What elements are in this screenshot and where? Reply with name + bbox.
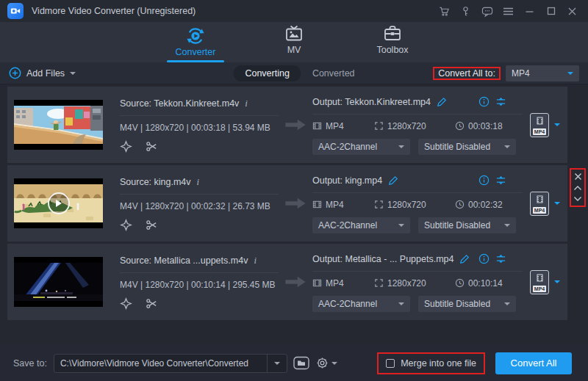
converted-tab[interactable]: Converted (312, 68, 355, 79)
tab-mv[interactable]: MV (260, 23, 328, 62)
save-path-caret[interactable] (267, 355, 287, 372)
tab-converter[interactable]: Converter (162, 26, 229, 62)
format-badge[interactable]: MP4 (530, 192, 549, 216)
settings-gear-icon[interactable] (316, 357, 337, 369)
main-tabs: Converter MV Toolbox (0, 22, 588, 62)
subtitle-select[interactable]: Subtitle Disabled (418, 217, 516, 233)
format-badge-label: MP4 (533, 128, 546, 135)
rename-pencil-icon[interactable] (437, 97, 447, 107)
rename-pencil-icon[interactable] (459, 254, 470, 264)
minimize-icon[interactable] (521, 3, 538, 19)
chevron-down-icon (398, 302, 404, 308)
save-path-value[interactable]: C:\Vidmore\Vidmore Video Converter\Conve… (54, 358, 267, 369)
save-path-combobox[interactable]: C:\Vidmore\Vidmore Video Converter\Conve… (54, 354, 287, 373)
source-info: Source: Metallica ...uppets.m4v i M4V | … (120, 254, 279, 310)
output-info: Output: Tekkon.Kinkreet.mp4 MP4 (312, 95, 523, 155)
adjust-icon[interactable] (495, 253, 506, 264)
format-badge-label: MP4 (533, 286, 546, 292)
output-format-select[interactable]: MP4 (506, 65, 579, 81)
add-files-caret-icon[interactable] (70, 72, 76, 78)
format-badge-caret-icon[interactable] (554, 123, 560, 129)
output-info: Output: Metallica - ... Puppets.mp4 (312, 253, 523, 312)
audio-track-select[interactable]: AAC-2Channel (312, 296, 410, 312)
source-info: Source: king.m4v i M4V | 1280x720 | 00:0… (120, 175, 279, 231)
tab-mv-label: MV (287, 45, 301, 60)
chevron-down-icon (274, 362, 280, 368)
adjust-icon[interactable] (495, 175, 506, 186)
feedback-icon[interactable] (478, 3, 495, 19)
tab-converter-label: Converter (176, 47, 216, 60)
output-info: Output: king.mp4 MP4 (312, 174, 523, 233)
open-folder-icon[interactable] (293, 356, 309, 370)
video-thumbnail-3[interactable] (14, 257, 103, 307)
format-badge[interactable]: MP4 (530, 113, 549, 137)
maximize-icon[interactable] (542, 3, 559, 19)
video-thumbnail-2[interactable] (14, 178, 103, 228)
output-detail-icon[interactable] (478, 253, 490, 264)
edit-effects-icon[interactable] (120, 140, 132, 153)
source-info-icon[interactable]: i (197, 176, 200, 188)
audio-track-select[interactable]: AAC-2Channel (312, 217, 410, 233)
convert-all-button[interactable]: Convert All (495, 352, 572, 374)
tab-toolbox[interactable]: Toolbox (359, 23, 426, 62)
cut-icon[interactable] (146, 140, 158, 153)
play-icon[interactable] (48, 192, 70, 214)
format-badge[interactable]: MP4 (530, 270, 549, 294)
format-badge-caret-icon[interactable] (554, 202, 560, 208)
move-down-icon[interactable] (573, 194, 583, 203)
menu-icon[interactable] (500, 3, 517, 19)
output-detail-icon[interactable] (478, 175, 490, 186)
edit-effects-icon[interactable] (120, 219, 132, 231)
app-logo-icon (7, 3, 24, 19)
chevron-down-icon (398, 145, 404, 151)
output-format-value: MP4 (512, 68, 530, 79)
annotation-convert-all-to: Convert All to: (433, 67, 501, 80)
footer-bar: Save to: C:\Vidmore\Vidmore Video Conver… (0, 345, 588, 381)
audio-track-select[interactable]: AAC-2Channel (312, 139, 410, 155)
converter-icon (186, 26, 205, 46)
remove-file-icon[interactable] (573, 172, 583, 181)
subtitle-select[interactable]: Subtitle Disabled (418, 139, 516, 155)
add-files-button[interactable]: Add Files (9, 67, 76, 79)
edit-effects-icon[interactable] (120, 297, 132, 310)
cart-icon[interactable] (436, 3, 453, 19)
convert-arrow-icon (279, 196, 312, 211)
rename-pencil-icon[interactable] (388, 175, 398, 186)
annotation-merge: Merge into one file (377, 352, 485, 374)
chevron-down-icon (567, 72, 573, 78)
window-title: Vidmore Video Converter (Unregistered) (32, 6, 196, 16)
close-icon[interactable] (564, 3, 581, 19)
output-format: MP4 (326, 121, 344, 131)
toolbar: Add Files Converting Converted Convert A… (0, 62, 588, 84)
source-info-icon[interactable]: i (254, 255, 257, 266)
chevron-down-icon (398, 224, 404, 230)
convert-arrow-icon (279, 275, 312, 289)
output-filename: Output: king.mp4 (312, 175, 382, 186)
source-filename: Source: Metallica ...uppets.m4v (120, 255, 248, 266)
annotation-row-controls (570, 168, 586, 207)
merge-label: Merge into one file (401, 358, 476, 369)
converting-tab[interactable]: Converting (233, 65, 301, 81)
cut-icon[interactable] (146, 297, 158, 310)
output-detail-icon[interactable] (478, 96, 490, 107)
duration-icon (455, 121, 465, 131)
format-badge-caret-icon[interactable] (554, 280, 560, 286)
source-info-icon[interactable]: i (245, 98, 248, 109)
app-window: Vidmore Video Converter (Unregistered) (0, 0, 588, 381)
merge-checkbox[interactable] (386, 359, 395, 368)
output-resolution: 1280x720 (387, 121, 426, 131)
video-thumbnail-1[interactable] (14, 100, 103, 150)
output-filename: Output: Metallica - ... Puppets.mp4 (312, 254, 453, 264)
subtitle-select[interactable]: Subtitle Disabled (418, 296, 516, 312)
output-duration: 00:03:18 (468, 121, 503, 131)
register-key-icon[interactable] (457, 3, 474, 19)
move-up-icon[interactable] (573, 183, 583, 192)
source-media-info: M4V | 1280x720 | 00:02:32 | 26.73 MB (120, 200, 279, 213)
adjust-icon[interactable] (495, 96, 506, 107)
source-media-info: M4V | 1280x720 | 00:10:14 | 295.45 MB (120, 278, 279, 291)
chevron-down-icon (504, 224, 510, 230)
convert-all-to-label: Convert All to: (434, 67, 499, 80)
output-format: MP4 (326, 200, 344, 210)
cut-icon[interactable] (146, 219, 158, 231)
output-duration: 00:10:14 (468, 278, 503, 289)
